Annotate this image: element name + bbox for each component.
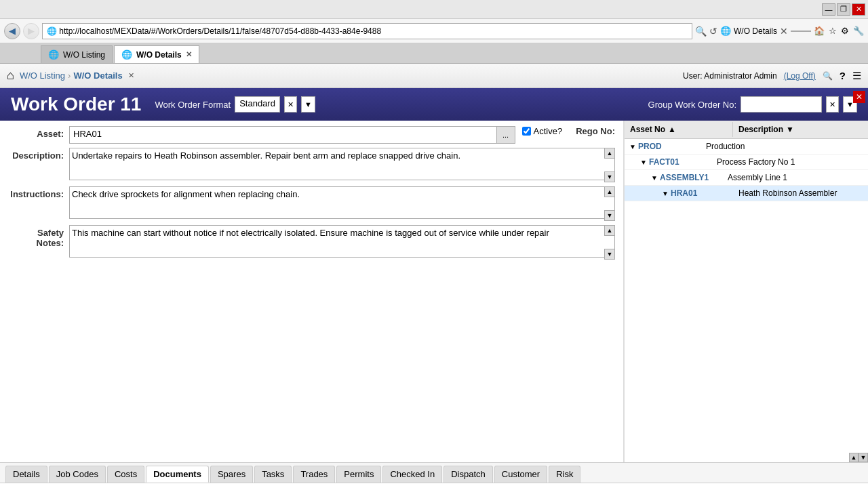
- description-textarea[interactable]: [69, 148, 615, 180]
- close-window-button[interactable]: ✕: [852, 3, 865, 16]
- tab-permits[interactable]: Permits: [336, 466, 381, 483]
- search-nav-icon[interactable]: 🔍: [823, 71, 833, 81]
- tree-code-fact01: FACT01: [649, 157, 717, 167]
- tab-close-button[interactable]: ✕: [186, 50, 192, 59]
- safety-field: This machine can start without notice if…: [69, 225, 615, 260]
- asset-browse-button[interactable]: ...: [496, 126, 515, 144]
- forward-button[interactable]: ▶: [23, 23, 39, 39]
- home-icon[interactable]: 🏠: [814, 26, 825, 36]
- breadcrumb-close-button[interactable]: ✕: [128, 71, 134, 80]
- address-input[interactable]: 🌐 http://localhost/MEXData/#/WorkOrders/…: [42, 23, 692, 39]
- tree-item-prod[interactable]: ▼ PROD Production: [625, 139, 868, 155]
- tab-trades[interactable]: Trades: [293, 466, 335, 483]
- home-nav-button[interactable]: ⌂: [7, 68, 14, 83]
- minimize-button[interactable]: —: [822, 3, 835, 16]
- star-icon[interactable]: ☆: [829, 26, 837, 36]
- description-row: Description: Undertake repairs to Heath …: [8, 148, 615, 182]
- tab-wo-listing[interactable]: 🌐 W/O Listing: [41, 45, 113, 63]
- new-tab-button[interactable]: [791, 30, 811, 32]
- breadcrumb: W/O Listing › W/O Details ✕: [20, 70, 134, 81]
- asset-input[interactable]: [69, 126, 515, 144]
- tab-job-codes[interactable]: Job Codes: [49, 466, 106, 483]
- refresh-icon[interactable]: ↺: [709, 26, 717, 37]
- tree-desc-assembly1: Assembly Line 1: [728, 173, 865, 182]
- asset-tree: ▼ PROD Production ▼ FACT01 Process Facto…: [625, 139, 868, 453]
- tab-tasks[interactable]: Tasks: [254, 466, 292, 483]
- help-nav-icon[interactable]: ?: [840, 70, 846, 81]
- nav-toolbar: ⌂ W/O Listing › W/O Details ✕ User: Admi…: [0, 64, 868, 88]
- header-close-button[interactable]: ✕: [853, 91, 865, 103]
- instructions-scroll-up[interactable]: ▲: [604, 186, 615, 197]
- tab-dispatch[interactable]: Dispatch: [443, 466, 493, 483]
- tab-favicon-details: 🌐: [121, 49, 132, 60]
- tab-customer[interactable]: Customer: [494, 466, 547, 483]
- safety-scroll: ▲ ▼: [604, 225, 615, 260]
- tree-code-assembly1: ASSEMBLY1: [660, 173, 728, 182]
- browser-toolbar-right: 🏠 ☆ ⚙ 🔧: [814, 26, 864, 36]
- gear-icon[interactable]: ⚙: [841, 26, 849, 36]
- user-text: User: Administrator Admin: [683, 71, 777, 81]
- safety-label: Safety Notes:: [8, 225, 69, 248]
- desc-sort-arrow: ▼: [786, 125, 794, 134]
- tab-documents[interactable]: Documents: [146, 466, 209, 483]
- tab-spares[interactable]: Spares: [210, 466, 253, 483]
- menu-nav-icon[interactable]: ☰: [852, 70, 861, 82]
- desc-label: Description: [738, 125, 783, 134]
- active-label: Active?: [534, 126, 563, 136]
- description-scroll: ▲ ▼: [604, 148, 615, 182]
- wo-format-dropdown-button[interactable]: ▼: [301, 96, 315, 113]
- tree-desc-prod: Production: [706, 142, 865, 151]
- tab-wo-details-label: W/O Details: [136, 50, 182, 60]
- asset-field: HRA01 ...: [69, 126, 515, 144]
- main-content: Asset: HRA01 ... Active? Rego No: Descri…: [0, 121, 868, 462]
- toggle-prod[interactable]: ▼: [627, 141, 638, 152]
- tab-details[interactable]: Details: [5, 466, 47, 483]
- tab-costs[interactable]: Costs: [107, 466, 144, 483]
- toggle-hra01[interactable]: ▼: [660, 188, 671, 199]
- logout-link[interactable]: (Log Off): [784, 71, 816, 81]
- nav-toolbar-right: User: Administrator Admin (Log Off) 🔍 ? …: [683, 70, 861, 82]
- instructions-scroll-down[interactable]: ▼: [604, 210, 615, 221]
- active-checkbox[interactable]: [522, 127, 531, 136]
- tools-icon[interactable]: 🔧: [853, 26, 864, 36]
- panel-scroll-dn[interactable]: ▼: [859, 453, 868, 462]
- toggle-assembly1[interactable]: ▼: [649, 172, 660, 183]
- tree-item-fact01[interactable]: ▼ FACT01 Process Factory No 1: [625, 155, 868, 170]
- tree-item-hra01[interactable]: ▼ HRA01 Heath Robinson Assembler: [625, 186, 868, 201]
- instructions-textarea[interactable]: [69, 186, 615, 219]
- wo-format-clear-button[interactable]: ✕: [284, 96, 297, 113]
- group-wo-clear-button[interactable]: ✕: [826, 96, 839, 113]
- breadcrumb-wo-details[interactable]: W/O Details: [73, 70, 122, 81]
- tab-wo-details[interactable]: 🌐 W/O Details ✕: [114, 45, 199, 63]
- tab-close-icon[interactable]: ✕: [780, 26, 788, 37]
- group-wo-label: Group Work Order No:: [648, 100, 737, 110]
- tree-code-prod: PROD: [638, 142, 706, 151]
- wo-format-select[interactable]: Standard: [235, 96, 280, 113]
- group-wo-input[interactable]: [741, 96, 822, 113]
- search-icon[interactable]: 🔍: [695, 26, 707, 37]
- asset-panel: Asset No ▲ Description ▼ ▼ PROD Producti…: [624, 121, 868, 462]
- breadcrumb-wo-listing[interactable]: W/O Listing: [20, 70, 65, 81]
- safety-scroll-up[interactable]: ▲: [604, 225, 615, 236]
- address-text: http://localhost/MEXData/#/WorkOrders/De…: [59, 26, 381, 36]
- asset-row: Asset: HRA01 ... Active? Rego No:: [8, 126, 615, 144]
- desc-col-header[interactable]: Description ▼: [733, 122, 868, 137]
- tree-item-assembly1[interactable]: ▼ ASSEMBLY1 Assembly Line 1: [625, 170, 868, 186]
- description-scroll-up[interactable]: ▲: [604, 148, 615, 159]
- toggle-fact01[interactable]: ▼: [638, 157, 649, 167]
- safety-textarea[interactable]: [69, 225, 615, 258]
- panel-scroll-up[interactable]: ▲: [849, 453, 859, 462]
- group-wo-section: Group Work Order No: ✕ ▼: [648, 96, 857, 113]
- back-button[interactable]: ◀: [4, 23, 20, 39]
- tab-risk[interactable]: Risk: [549, 466, 580, 483]
- safety-scroll-down[interactable]: ▼: [604, 249, 615, 260]
- instructions-label: Instructions:: [8, 186, 69, 199]
- description-label: Description:: [8, 148, 69, 161]
- instructions-row: Instructions: Check drive sprockets for …: [8, 186, 615, 221]
- tree-code-hra01: HRA01: [671, 188, 738, 198]
- tab-favicon-listing: 🌐: [48, 49, 59, 60]
- description-scroll-down[interactable]: ▼: [604, 171, 615, 182]
- restore-button[interactable]: ❐: [837, 3, 850, 16]
- asset-no-col-header[interactable]: Asset No ▲: [625, 122, 733, 137]
- tab-checked-in[interactable]: Checked In: [382, 466, 442, 483]
